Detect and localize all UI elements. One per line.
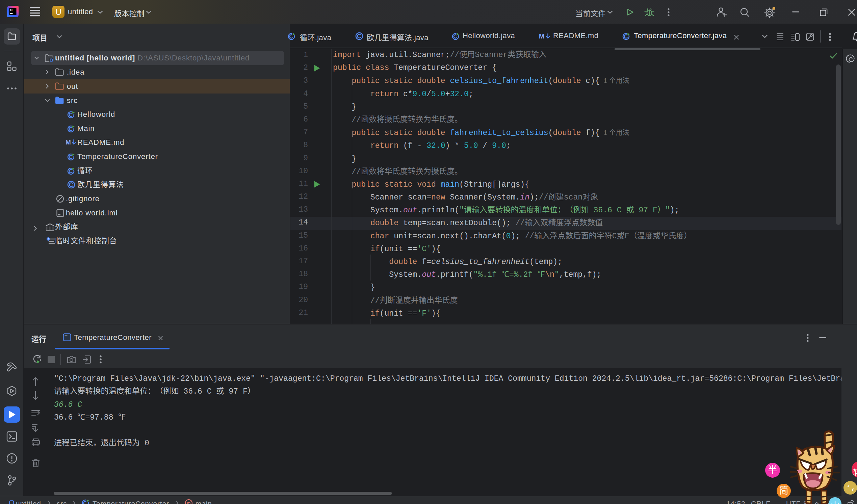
- svg-text:M: M: [539, 33, 544, 40]
- svg-text:m: m: [187, 501, 191, 504]
- svg-text:IJ: IJ: [10, 9, 13, 12]
- svg-text:M: M: [66, 139, 71, 146]
- svg-text:U: U: [55, 7, 62, 17]
